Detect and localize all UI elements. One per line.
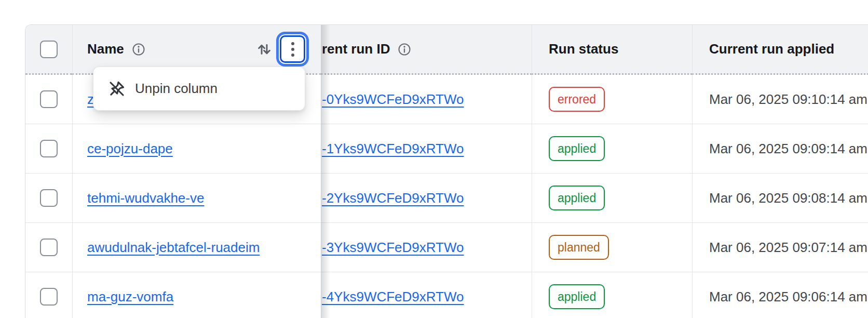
run-id-link[interactable]: -1Yks9WCFeD9xRTWo — [322, 141, 464, 157]
run-id-link[interactable]: -4Yks9WCFeD9xRTWo — [322, 289, 464, 305]
run-status-badge: applied — [549, 186, 605, 210]
row-checkbox[interactable] — [40, 189, 58, 207]
row-name-cell: ma-guz-vomfa — [72, 272, 321, 318]
row-status-cell: applied — [532, 124, 692, 174]
column-options-button[interactable] — [280, 35, 305, 63]
row-run-id-cell: -0Yks9WCFeD9xRTWo — [321, 75, 532, 124]
info-icon[interactable] — [397, 42, 412, 57]
row-status-cell: errored — [532, 75, 692, 124]
row-select-cell — [25, 272, 72, 318]
menu-item-label: Unpin column — [135, 81, 218, 97]
applied-timestamp: Mar 06, 2025 09:07:14 am — [709, 240, 867, 256]
row-applied-cell: Mar 06, 2025 09:10:14 am — [692, 75, 868, 124]
run-id-link[interactable]: -2Yks9WCFeD9xRTWo — [322, 190, 464, 206]
row-select-cell — [25, 223, 72, 272]
run-status-badge: applied — [549, 136, 605, 161]
run-id-link[interactable]: -0Yks9WCFeD9xRTWo — [322, 91, 464, 108]
row-status-cell: applied — [532, 174, 692, 223]
run-status-badge: applied — [549, 284, 605, 309]
row-select-cell — [25, 75, 72, 124]
kebab-menu-icon — [291, 42, 294, 45]
workspace-name-link[interactable]: ma-guz-vomfa — [87, 289, 173, 305]
row-run-id-cell: -4Yks9WCFeD9xRTWo — [321, 272, 532, 318]
run-status-column-label: Run status — [549, 41, 618, 57]
applied-timestamp: Mar 06, 2025 09:09:14 am — [709, 141, 867, 157]
run-status-badge: errored — [549, 87, 605, 112]
workspace-name-link[interactable]: tehmi-wudvakhe-ve — [87, 190, 204, 206]
column-header-current-run-applied: Current run applied — [692, 25, 868, 75]
workspaces-table: Name rent run ID — [25, 24, 868, 318]
row-checkbox[interactable] — [40, 140, 58, 157]
row-run-id-cell: -1Yks9WCFeD9xRTWo — [321, 124, 532, 174]
workspace-name-link[interactable]: awudulnak-jebtafcel-ruadeim — [87, 240, 260, 256]
info-icon[interactable] — [131, 42, 146, 57]
run-id-column-label: rent run ID — [322, 41, 390, 57]
row-status-cell: applied — [532, 272, 692, 318]
row-name-cell: ce-pojzu-dape — [72, 124, 321, 174]
row-run-id-cell: -2Yks9WCFeD9xRTWo — [321, 174, 532, 223]
row-applied-cell: Mar 06, 2025 09:08:14 am — [692, 174, 868, 223]
run-id-link[interactable]: -3Yks9WCFeD9xRTWo — [322, 240, 464, 256]
applied-column-label: Current run applied — [709, 41, 834, 57]
applied-timestamp: Mar 06, 2025 09:06:14 am — [709, 289, 867, 305]
row-name-cell: awudulnak-jebtafcel-ruadeim — [72, 223, 321, 272]
row-checkbox[interactable] — [40, 90, 58, 108]
column-header-select — [25, 25, 72, 75]
applied-timestamp: Mar 06, 2025 09:08:14 am — [709, 190, 867, 206]
row-run-id-cell: -3Yks9WCFeD9xRTWo — [321, 223, 532, 272]
row-applied-cell: Mar 06, 2025 09:07:14 am — [692, 223, 868, 272]
row-checkbox[interactable] — [40, 239, 58, 256]
row-select-cell — [25, 174, 72, 223]
workspace-name-link[interactable]: ce-pojzu-dape — [87, 141, 173, 157]
row-checkbox[interactable] — [40, 288, 58, 306]
row-select-cell — [25, 124, 72, 174]
row-applied-cell: Mar 06, 2025 09:06:14 am — [692, 272, 868, 318]
column-header-run-id: rent run ID — [321, 25, 532, 75]
menu-item-unpin-column[interactable]: Unpin column — [93, 67, 305, 110]
name-column-label: Name — [87, 41, 124, 57]
select-all-checkbox[interactable] — [40, 41, 58, 58]
sort-column-button[interactable] — [255, 41, 273, 58]
row-status-cell: planned — [532, 223, 692, 272]
run-status-badge: planned — [549, 235, 609, 260]
row-applied-cell: Mar 06, 2025 09:09:14 am — [692, 124, 868, 174]
swap-vertical-icon — [255, 41, 273, 58]
column-header-run-status: Run status — [532, 25, 692, 75]
row-name-cell: tehmi-wudvakhe-ve — [72, 174, 321, 223]
applied-timestamp: Mar 06, 2025 09:10:14 am — [709, 91, 867, 108]
unpin-icon — [107, 80, 126, 98]
column-options-menu: Unpin column — [93, 67, 305, 111]
